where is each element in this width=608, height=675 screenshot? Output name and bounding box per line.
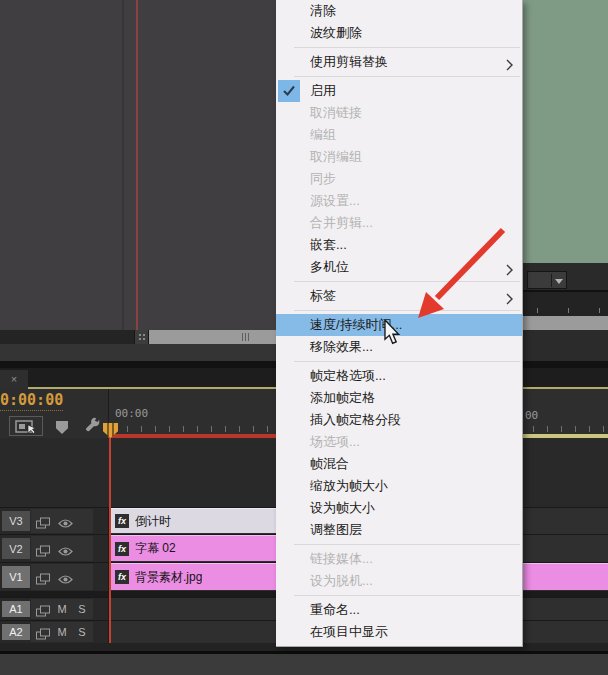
nest-sequence-icon <box>15 420 37 434</box>
menu-item-label: 设为帧大小 <box>310 500 375 515</box>
clip-label: 背景素材.jpg <box>135 569 202 586</box>
sync-lock-icon[interactable] <box>36 571 50 589</box>
menu-item-unlink: 取消链接 <box>276 102 522 124</box>
solo-button[interactable]: S <box>74 601 90 617</box>
menu-item-synchronize: 同步 <box>276 168 522 190</box>
track-label-a2[interactable]: A2 <box>2 624 30 640</box>
clip-subtitle-02[interactable]: fx 字幕 02 <box>109 535 276 561</box>
clip-label: 倒计时 <box>135 513 171 530</box>
fx-badge-icon: fx <box>115 570 129 584</box>
sequence-tab-close[interactable]: × <box>0 370 28 389</box>
menu-item-link-media: 链接媒体... <box>276 548 522 570</box>
track-label-v1[interactable]: V1 <box>2 566 30 588</box>
clip-countdown[interactable]: fx 倒计时 <box>109 508 276 533</box>
fx-badge-icon: fx <box>115 542 129 556</box>
upper-horizontal-scrollbar[interactable] <box>0 330 276 344</box>
menu-item-frame-hold-options[interactable]: 帧定格选项... <box>276 365 522 387</box>
menu-separator <box>276 73 522 80</box>
menu-separator <box>276 44 522 51</box>
grip-dots-icon <box>138 333 146 341</box>
dropdown-divider <box>551 274 552 287</box>
menu-item-label: 移除效果... <box>310 339 373 354</box>
menu-item-label: 波纹删除 <box>310 25 362 40</box>
monitor-control-bar <box>523 263 608 292</box>
menu-item-insert-frame-hold-segment[interactable]: 插入帧定格分段 <box>276 409 522 431</box>
menu-item-label: 取消链接 <box>310 105 362 120</box>
menu-item-reveal-in-project[interactable]: 在项目中显示 <box>276 621 522 643</box>
menu-item-adjustment-layer[interactable]: 调整图层 <box>276 519 522 541</box>
menu-item-replace-with-clip[interactable]: 使用剪辑替换 <box>276 51 522 73</box>
annotation-arrow-icon <box>405 218 510 328</box>
menu-item-label: 多机位 <box>310 259 349 274</box>
menu-item-enable[interactable]: 启用 <box>276 80 522 102</box>
track-label-v2[interactable]: V2 <box>2 538 30 559</box>
timeline-settings-wrench-icon[interactable] <box>84 417 102 439</box>
clip-label: 字幕 02 <box>135 540 176 557</box>
timeline-header-area: 0:00:00 <box>0 389 108 437</box>
menu-item-label: 使用剪辑替换 <box>310 54 388 69</box>
right-scrollbar-thumb[interactable] <box>523 316 608 330</box>
track-output-eye-icon[interactable] <box>58 571 73 589</box>
menu-item-label: 编组 <box>310 127 336 142</box>
menu-item-label: 启用 <box>310 83 336 98</box>
right-ruler-strip <box>523 292 608 316</box>
menu-item-label: 重命名... <box>310 602 360 617</box>
add-marker-icon[interactable] <box>56 421 68 434</box>
menu-item-label: 帧混合 <box>310 456 349 471</box>
menu-item-make-offline: 设为脱机... <box>276 570 522 592</box>
menu-item-add-frame-hold[interactable]: 添加帧定格 <box>276 387 522 409</box>
playhead-timecode[interactable]: 0:00:00 <box>0 391 63 411</box>
menu-item-label: 帧定格选项... <box>310 368 386 383</box>
menu-item-label: 在项目中显示 <box>310 624 388 639</box>
menu-item-label: 插入帧定格分段 <box>310 412 401 427</box>
sync-lock-icon[interactable] <box>36 515 50 533</box>
ruler-right-label: 00 <box>525 409 538 422</box>
upper-playhead-line <box>136 0 138 330</box>
playhead-line[interactable] <box>109 437 111 643</box>
menu-item-clear[interactable]: 清除 <box>276 0 522 22</box>
menu-item-label: 缩放为帧大小 <box>310 478 388 493</box>
menu-item-group: 编组 <box>276 124 522 146</box>
menu-item-field-options: 场选项... <box>276 431 522 453</box>
right-panel-strip <box>523 330 608 361</box>
menu-item-label: 嵌套... <box>310 237 347 252</box>
menu-item-rename[interactable]: 重命名... <box>276 599 522 621</box>
menu-item-set-to-frame-size[interactable]: 设为帧大小 <box>276 497 522 519</box>
menu-item-label: 调整图层 <box>310 522 362 537</box>
menu-item-label: 清除 <box>310 3 336 18</box>
sync-lock-icon[interactable] <box>36 626 50 644</box>
menu-item-scale-to-frame-size[interactable]: 缩放为帧大小 <box>276 475 522 497</box>
track-output-eye-icon[interactable] <box>58 543 73 561</box>
track-label-v3[interactable]: V3 <box>2 511 30 531</box>
program-monitor-preview <box>523 0 608 263</box>
scrollbar-thumb[interactable] <box>149 330 276 344</box>
mute-button[interactable]: M <box>54 601 70 617</box>
menu-separator <box>276 592 522 599</box>
menu-item-label: 设为脱机... <box>310 573 373 588</box>
menu-item-label: 合并剪辑... <box>310 215 373 230</box>
menu-item-label: 取消编组 <box>310 149 362 164</box>
mute-button[interactable]: M <box>54 624 70 640</box>
solo-button[interactable]: S <box>74 624 90 640</box>
check-icon <box>278 80 300 102</box>
menu-item-label: 标签 <box>310 288 336 303</box>
sync-lock-icon[interactable] <box>36 543 50 561</box>
menu-item-label: 同步 <box>310 171 336 186</box>
grip-lines-icon <box>242 333 250 341</box>
insert-overwrite-toggle-button[interactable] <box>9 416 43 436</box>
chevron-down-icon <box>555 279 563 284</box>
panel-guide-line <box>122 0 124 330</box>
monitor-dropdown[interactable] <box>527 271 567 289</box>
track-label-a1[interactable]: A1 <box>2 601 30 617</box>
menu-item-ripple-delete[interactable]: 波纹删除 <box>276 22 522 44</box>
sync-lock-icon[interactable] <box>36 603 50 621</box>
upper-panel-footer <box>0 344 276 361</box>
mouse-cursor-icon <box>383 320 402 346</box>
scrollbar-left-handle[interactable] <box>134 330 149 344</box>
menu-item-label: 场选项... <box>310 434 360 449</box>
menu-item-frame-blend[interactable]: 帧混合 <box>276 453 522 475</box>
track-output-eye-icon[interactable] <box>58 515 73 533</box>
editor-window: × 0:00:00 00:00 00 V3 <box>0 0 608 675</box>
menu-item-label: 链接媒体... <box>310 551 373 566</box>
ruler-start-label: 00:00 <box>115 407 148 420</box>
